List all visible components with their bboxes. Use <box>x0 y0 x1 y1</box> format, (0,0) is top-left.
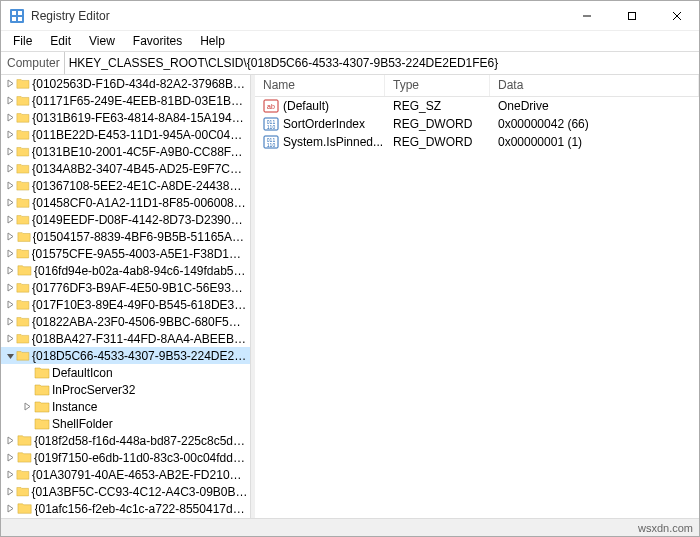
tree-item[interactable]: DefaultIcon <box>1 364 250 381</box>
expand-icon[interactable] <box>5 503 16 515</box>
tree-pane[interactable]: {0102563D-F16D-434d-82A2-37968BD3E31E}{0… <box>1 75 251 518</box>
tree-item[interactable]: {01458CF0-A1A2-11D1-8F85-00600895E7D5} <box>1 194 250 211</box>
expand-icon[interactable] <box>5 265 16 277</box>
address-input[interactable] <box>65 52 699 74</box>
tree-item[interactable]: {0131BE10-2001-4C5F-A9B0-CC88FAB64CE8} <box>1 143 250 160</box>
svg-marker-17 <box>8 216 13 223</box>
expand-icon[interactable] <box>5 146 15 158</box>
tree-item[interactable]: {01822ABA-23F0-4506-9BBC-680F5D6D606C} <box>1 313 250 330</box>
svg-marker-16 <box>8 199 13 206</box>
tree-item[interactable]: {01A3BF5C-CC93-4C12-A4C3-09B0BBE7F63F} <box>1 483 250 500</box>
expand-icon[interactable] <box>5 282 15 294</box>
menu-help[interactable]: Help <box>192 32 233 50</box>
menu-view[interactable]: View <box>81 32 123 50</box>
tree-item[interactable]: {018f2d58-f16d-448a-bd87-225c8c5d5c94} <box>1 432 250 449</box>
svg-marker-27 <box>8 437 13 444</box>
maximize-button[interactable] <box>609 1 654 30</box>
expand-icon[interactable] <box>21 401 33 413</box>
address-label: Computer <box>1 52 65 74</box>
tree-item[interactable]: ShellFolder <box>1 415 250 432</box>
menu-file[interactable]: File <box>5 32 40 50</box>
expand-icon[interactable] <box>5 231 16 243</box>
values-pane: Name Type Data ab(Default)REG_SZOneDrive… <box>255 75 699 518</box>
value-name: (Default) <box>283 99 329 113</box>
value-data-cell: 0x00000001 (1) <box>490 135 699 149</box>
tree-item-label: {01A3BF5C-CC93-4C12-A4C3-09B0BBE7F63F} <box>31 485 248 499</box>
folder-icon <box>16 212 30 228</box>
tree-item[interactable]: {01776DF3-B9AF-4E50-9B1C-56E93116D704} <box>1 279 250 296</box>
expand-icon[interactable] <box>5 197 15 209</box>
value-data-cell: 0x00000042 (66) <box>490 117 699 131</box>
expand-icon[interactable] <box>5 452 16 464</box>
expand-icon[interactable] <box>5 469 15 481</box>
expand-icon[interactable] <box>5 316 15 328</box>
tree-item[interactable]: {011BE22D-E453-11D1-945A-00C04FB984F9} <box>1 126 250 143</box>
tree-item[interactable]: {019f7150-e6db-11d0-83c3-00c04fddb82e} <box>1 449 250 466</box>
collapse-icon[interactable] <box>5 350 15 362</box>
value-name-cell: 011110System.IsPinned... <box>255 134 385 150</box>
tree-item[interactable]: {0149EEDF-D08F-4142-8D73-D23903D21E90} <box>1 211 250 228</box>
tree-item[interactable]: InProcServer32 <box>1 381 250 398</box>
tree-item[interactable]: {018BA427-F311-44FD-8AA4-ABEEB57739D9} <box>1 330 250 347</box>
tree-item[interactable]: {0102563D-F16D-434d-82A2-37968BD3E31E} <box>1 75 250 92</box>
tree-item[interactable]: {01575CFE-9A55-4003-A5E1-F38D1EBDCBE1} <box>1 245 250 262</box>
tree-item[interactable]: {0131B619-FE63-4814-8A84-15A194CE9CE3} <box>1 109 250 126</box>
expand-icon[interactable] <box>5 180 15 192</box>
folder-icon <box>16 195 30 211</box>
folder-icon <box>16 331 30 347</box>
expand-icon[interactable] <box>5 435 16 447</box>
svg-marker-20 <box>8 267 13 274</box>
value-row[interactable]: ab(Default)REG_SZOneDrive <box>255 97 699 115</box>
tree-item[interactable]: {018D5C66-4533-4307-9B53-224DE2ED1FE6} <box>1 347 250 364</box>
svg-marker-25 <box>7 354 14 359</box>
expand-icon[interactable] <box>5 95 15 107</box>
expand-icon[interactable] <box>5 78 15 90</box>
tree-item-label: {011BE22D-E453-11D1-945A-00C04FB984F9} <box>32 128 248 142</box>
svg-text:110: 110 <box>267 124 276 130</box>
expand-icon[interactable] <box>5 486 15 498</box>
column-type[interactable]: Type <box>385 75 490 96</box>
tree-item[interactable]: {01504157-8839-4BF6-9B5B-51165A967B2B} <box>1 228 250 245</box>
value-type-cell: REG_SZ <box>385 99 490 113</box>
expand-icon[interactable] <box>5 248 15 260</box>
expand-icon[interactable] <box>5 214 15 226</box>
value-row[interactable]: 011110SortOrderIndexREG_DWORD0x00000042 … <box>255 115 699 133</box>
close-button[interactable] <box>654 1 699 30</box>
tree-item[interactable]: Instance <box>1 398 250 415</box>
value-row[interactable]: 011110System.IsPinned...REG_DWORD0x00000… <box>255 133 699 151</box>
expand-icon[interactable] <box>5 112 15 124</box>
tree-item[interactable]: {01367108-5EE2-4E1C-A8DE-24438065ABC9} <box>1 177 250 194</box>
status-text: wsxdn.com <box>638 522 693 534</box>
svg-rect-2 <box>18 11 22 15</box>
expand-icon[interactable] <box>5 333 15 345</box>
menu-edit[interactable]: Edit <box>42 32 79 50</box>
menu-favorites[interactable]: Favorites <box>125 32 190 50</box>
expand-icon[interactable] <box>5 129 15 141</box>
svg-marker-24 <box>8 335 13 342</box>
value-name: System.IsPinned... <box>283 135 383 149</box>
expand-icon <box>21 367 33 379</box>
tree-item[interactable]: {0134A8B2-3407-4B45-AD25-E9F7C92A80BC} <box>1 160 250 177</box>
folder-icon <box>16 161 30 177</box>
tree-item-label: {01A30791-40AE-4653-AB2E-FD210019AE88} <box>32 468 248 482</box>
expand-icon[interactable] <box>5 163 15 175</box>
minimize-button[interactable] <box>564 1 609 30</box>
menubar: FileEditViewFavoritesHelp <box>1 31 699 51</box>
svg-marker-18 <box>8 233 13 240</box>
folder-icon <box>16 144 30 160</box>
expand-icon[interactable] <box>5 299 15 311</box>
tree-item[interactable]: {017F10E3-89E4-49F0-B545-618DE31FD27C} <box>1 296 250 313</box>
folder-icon <box>16 314 30 330</box>
tree-item[interactable]: {016fd94e-b02a-4ab8-94c6-149fdab56b8d} <box>1 262 250 279</box>
value-name-cell: 011110SortOrderIndex <box>255 116 385 132</box>
tree-item[interactable]: {01A30791-40AE-4653-AB2E-FD210019AE88} <box>1 466 250 483</box>
tree-item[interactable]: {01afc156-f2eb-4c1c-a722-8550417d396f} <box>1 500 250 517</box>
binary-value-icon: 011110 <box>263 116 279 132</box>
tree-item-label: {018f2d58-f16d-448a-bd87-225c8c5d5c94} <box>34 434 248 448</box>
tree-item-label: {01171F65-249E-4EEB-81BD-03E1B0FA1873} <box>32 94 248 108</box>
column-data[interactable]: Data <box>490 75 699 96</box>
tree-item[interactable]: {01171F65-249E-4EEB-81BD-03E1B0FA1873} <box>1 92 250 109</box>
svg-marker-14 <box>8 165 13 172</box>
column-name[interactable]: Name <box>255 75 385 96</box>
registry-editor-window: Registry Editor FileEditViewFavoritesHel… <box>0 0 700 537</box>
